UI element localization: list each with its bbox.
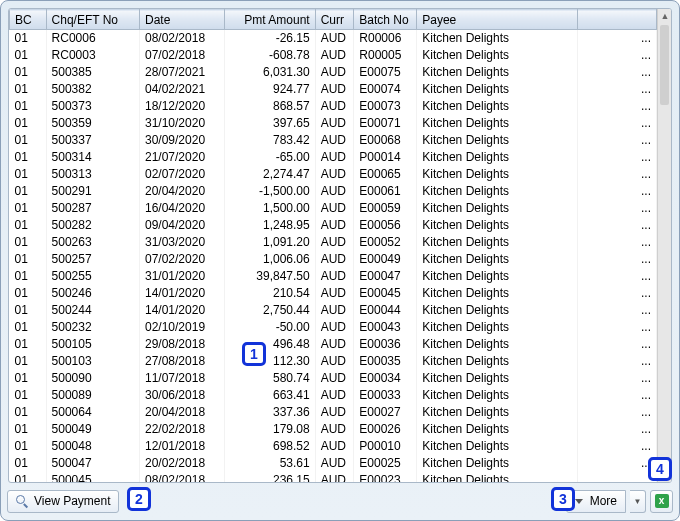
- col-header-curr[interactable]: Curr: [315, 10, 354, 30]
- table-row[interactable]: 0150031302/07/20202,274.47AUDE00065Kitch…: [10, 166, 657, 183]
- table-row[interactable]: 0150028209/04/20201,248.95AUDE00056Kitch…: [10, 217, 657, 234]
- cell-chq[interactable]: 500244: [46, 302, 139, 319]
- scroll-thumb[interactable]: [660, 25, 669, 105]
- cell-extra[interactable]: ...: [577, 47, 656, 64]
- cell-chq[interactable]: 500385: [46, 64, 139, 81]
- cell-chq[interactable]: 500232: [46, 319, 139, 336]
- cell-extra[interactable]: ...: [577, 455, 656, 472]
- cell-chq[interactable]: 500045: [46, 472, 139, 482]
- cell-batch[interactable]: E00033: [354, 387, 417, 404]
- cell-batch[interactable]: P00014: [354, 149, 417, 166]
- col-header-batch[interactable]: Batch No: [354, 10, 417, 30]
- cell-extra[interactable]: ...: [577, 234, 656, 251]
- col-header-bc[interactable]: BC: [10, 10, 47, 30]
- cell-chq[interactable]: 500359: [46, 115, 139, 132]
- table-row[interactable]: 0150037318/12/2020868.57AUDE00073Kitchen…: [10, 98, 657, 115]
- table-row[interactable]: 0150008930/06/2018663.41AUDE00033Kitchen…: [10, 387, 657, 404]
- view-payment-button[interactable]: View Payment: [7, 490, 119, 513]
- cell-extra[interactable]: ...: [577, 336, 656, 353]
- cell-extra[interactable]: ...: [577, 166, 656, 183]
- cell-chq[interactable]: 500287: [46, 200, 139, 217]
- cell-batch[interactable]: E00073: [354, 98, 417, 115]
- cell-chq[interactable]: 500246: [46, 285, 139, 302]
- cell-batch[interactable]: E00075: [354, 64, 417, 81]
- cell-batch[interactable]: E00049: [354, 251, 417, 268]
- cell-batch[interactable]: E00045: [354, 285, 417, 302]
- cell-chq[interactable]: 500313: [46, 166, 139, 183]
- cell-extra[interactable]: ...: [577, 404, 656, 421]
- cell-batch[interactable]: E00027: [354, 404, 417, 421]
- export-excel-button[interactable]: [650, 490, 673, 513]
- table-row[interactable]: 0150026331/03/20201,091.20AUDE00052Kitch…: [10, 234, 657, 251]
- cell-chq[interactable]: 500049: [46, 421, 139, 438]
- cell-batch[interactable]: E00052: [354, 234, 417, 251]
- table-row[interactable]: 0150004812/01/2018698.52AUDP00010Kitchen…: [10, 438, 657, 455]
- table-row[interactable]: 0150010327/08/2018112.30AUDE00035Kitchen…: [10, 353, 657, 370]
- cell-extra[interactable]: ...: [577, 217, 656, 234]
- cell-batch[interactable]: E00071: [354, 115, 417, 132]
- cell-chq[interactable]: 500382: [46, 81, 139, 98]
- table-row[interactable]: 0150029120/04/2020-1,500.00AUDE00061Kitc…: [10, 183, 657, 200]
- cell-extra[interactable]: ...: [577, 200, 656, 217]
- cell-chq[interactable]: 500257: [46, 251, 139, 268]
- cell-extra[interactable]: ...: [577, 64, 656, 81]
- table-row[interactable]: 0150031421/07/2020-65.00AUDP00014Kitchen…: [10, 149, 657, 166]
- cell-extra[interactable]: ...: [577, 132, 656, 149]
- table-row[interactable]: 0150004508/02/2018236.15AUDE00023Kitchen…: [10, 472, 657, 482]
- cell-extra[interactable]: ...: [577, 353, 656, 370]
- table-row[interactable]: 0150033730/09/2020783.42AUDE00068Kitchen…: [10, 132, 657, 149]
- table-row[interactable]: 0150035931/10/2020397.65AUDE00071Kitchen…: [10, 115, 657, 132]
- vertical-scrollbar[interactable]: ▲ ▼: [657, 9, 671, 482]
- col-header-date[interactable]: Date: [140, 10, 225, 30]
- col-header-chq[interactable]: Chq/EFT No: [46, 10, 139, 30]
- cell-extra[interactable]: ...: [577, 268, 656, 285]
- cell-chq[interactable]: 500047: [46, 455, 139, 472]
- cell-chq[interactable]: 500337: [46, 132, 139, 149]
- table-row[interactable]: 0150025531/01/202039,847.50AUDE00047Kitc…: [10, 268, 657, 285]
- cell-batch[interactable]: E00034: [354, 370, 417, 387]
- cell-extra[interactable]: ...: [577, 251, 656, 268]
- cell-extra[interactable]: ...: [577, 302, 656, 319]
- cell-batch[interactable]: E00036: [354, 336, 417, 353]
- cell-chq[interactable]: 500103: [46, 353, 139, 370]
- table-row[interactable]: 0150023202/10/2019-50.00AUDE00043Kitchen…: [10, 319, 657, 336]
- cell-chq[interactable]: 500255: [46, 268, 139, 285]
- cell-batch[interactable]: E00068: [354, 132, 417, 149]
- table-row[interactable]: 0150038204/02/2021924.77AUDE00074Kitchen…: [10, 81, 657, 98]
- cell-chq[interactable]: 500291: [46, 183, 139, 200]
- cell-chq[interactable]: 500048: [46, 438, 139, 455]
- cell-batch[interactable]: E00056: [354, 217, 417, 234]
- cell-batch[interactable]: R00006: [354, 30, 417, 48]
- cell-extra[interactable]: ...: [577, 421, 656, 438]
- cell-extra[interactable]: ...: [577, 387, 656, 404]
- col-header-payee[interactable]: Payee: [417, 10, 577, 30]
- cell-chq[interactable]: 500105: [46, 336, 139, 353]
- cell-batch[interactable]: E00047: [354, 268, 417, 285]
- cell-batch[interactable]: E00035: [354, 353, 417, 370]
- cell-extra[interactable]: ...: [577, 98, 656, 115]
- table-row[interactable]: 0150009011/07/2018580.74AUDE00034Kitchen…: [10, 370, 657, 387]
- table-row[interactable]: 0150004720/02/201853.61AUDE00025Kitchen …: [10, 455, 657, 472]
- cell-chq[interactable]: 500373: [46, 98, 139, 115]
- cell-extra[interactable]: ...: [577, 285, 656, 302]
- cell-chq[interactable]: 500263: [46, 234, 139, 251]
- cell-batch[interactable]: E00061: [354, 183, 417, 200]
- cell-chq[interactable]: 500314: [46, 149, 139, 166]
- cell-chq[interactable]: 500282: [46, 217, 139, 234]
- cell-batch[interactable]: E00065: [354, 166, 417, 183]
- cell-extra[interactable]: ...: [577, 149, 656, 166]
- cell-chq[interactable]: RC0003: [46, 47, 139, 64]
- table-row[interactable]: 0150024414/01/20202,750.44AUDE00044Kitch…: [10, 302, 657, 319]
- table-row[interactable]: 0150024614/01/2020210.54AUDE00045Kitchen…: [10, 285, 657, 302]
- cell-extra[interactable]: ...: [577, 115, 656, 132]
- table-row[interactable]: 0150028716/04/20201,500.00AUDE00059Kitch…: [10, 200, 657, 217]
- cell-extra[interactable]: ...: [577, 30, 656, 48]
- col-header-amount[interactable]: Pmt Amount: [225, 10, 315, 30]
- cell-chq[interactable]: RC0006: [46, 30, 139, 48]
- cell-batch[interactable]: E00043: [354, 319, 417, 336]
- cell-extra[interactable]: ...: [577, 370, 656, 387]
- more-dropdown-caret[interactable]: ▼: [630, 490, 646, 513]
- cell-chq[interactable]: 500064: [46, 404, 139, 421]
- table-row[interactable]: 0150025707/02/20201,006.06AUDE00049Kitch…: [10, 251, 657, 268]
- scroll-up-arrow-icon[interactable]: ▲: [658, 9, 672, 23]
